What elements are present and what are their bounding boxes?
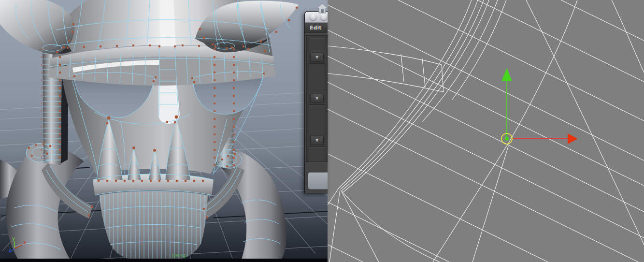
axis-y-label: y — [12, 236, 15, 241]
dropdown-button[interactable]: ▼ — [310, 136, 324, 145]
toolbar-field[interactable] — [309, 146, 325, 162]
toolbar-field[interactable] — [309, 38, 325, 51]
viewport-bottom-border — [0, 259, 328, 262]
dropdown-button[interactable]: ▼ — [310, 94, 324, 103]
uv-background — [328, 0, 644, 262]
maya-workspace: persp y x z — [0, 0, 644, 262]
panel-menubar: Edit — [305, 23, 328, 33]
toolbar-footer-button[interactable] — [308, 172, 328, 189]
helmet-ridge — [159, 0, 176, 47]
chin-wire-verticals — [99, 189, 212, 262]
chevron-down-icon: ▼ — [315, 55, 318, 59]
camera-label: persp — [172, 252, 187, 259]
perspective-viewport[interactable]: persp y x z — [0, 0, 328, 262]
manipulator-center-handle[interactable] — [505, 137, 509, 141]
toolbar-field[interactable] — [309, 104, 325, 134]
home-icon[interactable] — [316, 2, 329, 15]
panel-toolbar: ▼ ▼ ▼ — [305, 33, 328, 193]
chevron-down-icon: ▼ — [315, 96, 318, 101]
chevron-down-icon: ▼ — [315, 138, 318, 143]
axis-x-label: x — [23, 240, 26, 245]
dropdown-button[interactable]: ▼ — [310, 53, 324, 62]
perspective-canvas[interactable]: persp y x z — [0, 0, 328, 262]
home-icon-door — [321, 9, 324, 13]
uv-editor-panel: Edit ▼ ▼ ▼ — [304, 11, 328, 193]
toolbar-field[interactable] — [309, 63, 325, 92]
menu-edit[interactable]: Edit — [310, 25, 321, 31]
toolbar-column: ▼ ▼ ▼ — [306, 35, 328, 162]
uv-editor-viewport[interactable] — [328, 0, 644, 262]
uv-canvas[interactable] — [328, 0, 644, 262]
axis-z-label: z — [9, 247, 11, 253]
